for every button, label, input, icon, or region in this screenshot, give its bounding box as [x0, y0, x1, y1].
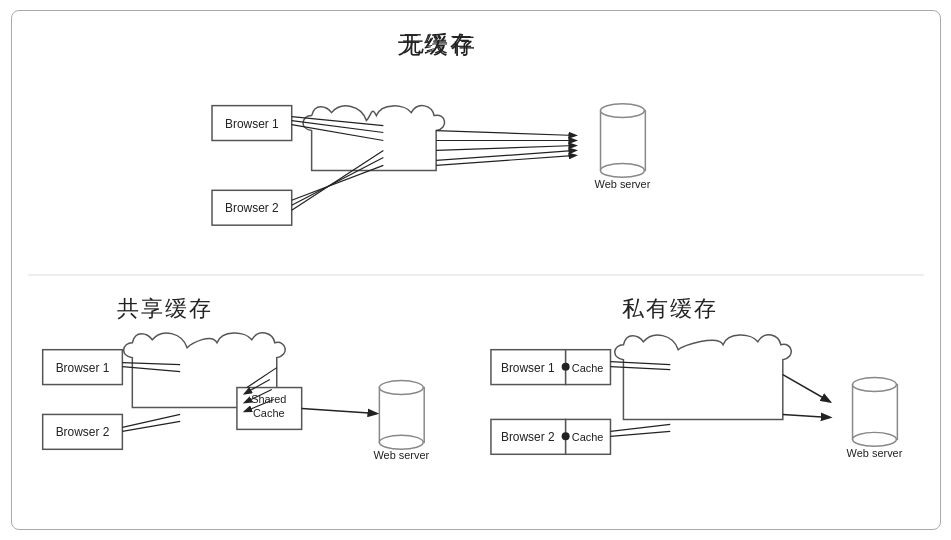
svg-text:Cache: Cache — [571, 431, 603, 443]
svg-line-12 — [291, 157, 383, 205]
svg-text:Shared: Shared — [251, 393, 286, 405]
svg-rect-42 — [565, 350, 610, 385]
svg-line-34 — [122, 421, 180, 431]
no-cache-title: 无缓存 — [397, 29, 478, 61]
svg-line-58 — [782, 375, 829, 402]
svg-text:Browser 2: Browser 2 — [224, 201, 278, 215]
svg-text:Cache: Cache — [252, 407, 284, 419]
svg-point-28 — [379, 381, 423, 395]
svg-line-9 — [291, 121, 383, 133]
svg-rect-24 — [236, 388, 301, 430]
svg-line-33 — [122, 414, 180, 427]
svg-rect-45 — [490, 419, 565, 454]
svg-rect-20 — [42, 350, 122, 385]
svg-line-37 — [244, 390, 271, 403]
svg-line-56 — [610, 424, 670, 431]
svg-line-14 — [436, 131, 575, 136]
svg-rect-4 — [600, 111, 645, 171]
svg-rect-40 — [490, 350, 565, 385]
svg-line-55 — [610, 367, 670, 370]
svg-line-17 — [436, 150, 575, 160]
svg-text:Web server: Web server — [846, 447, 902, 459]
svg-text:Browser 1: Browser 1 — [500, 361, 554, 375]
svg-line-32 — [122, 367, 180, 372]
svg-line-18 — [436, 155, 575, 165]
svg-text:Cache: Cache — [571, 362, 603, 374]
svg-text:Browser 1: Browser 1 — [55, 361, 109, 375]
diagram-svg: Browser 1 Browser 2 Web server — [12, 11, 940, 529]
svg-line-31 — [122, 363, 180, 365]
svg-point-49 — [561, 432, 569, 440]
svg-rect-22 — [42, 414, 122, 449]
svg-point-52 — [852, 432, 896, 446]
svg-line-11 — [291, 165, 383, 200]
shared-cache-title: 共享缓存 — [117, 294, 213, 324]
svg-line-13 — [291, 150, 383, 210]
svg-text:Browser 2: Browser 2 — [500, 430, 554, 444]
svg-rect-50 — [852, 385, 897, 440]
svg-line-35 — [246, 368, 276, 388]
svg-text:Browser 1: Browser 1 — [224, 117, 278, 131]
svg-line-38 — [244, 400, 273, 412]
svg-line-57 — [610, 431, 670, 436]
svg-text:Web server: Web server — [373, 449, 429, 461]
svg-rect-47 — [565, 419, 610, 454]
svg-point-51 — [852, 378, 896, 392]
svg-line-8 — [291, 117, 383, 126]
svg-line-16 — [436, 145, 575, 150]
svg-point-29 — [379, 435, 423, 449]
private-cache-title: 私有缓存 — [622, 294, 718, 324]
svg-text:Web server: Web server — [594, 178, 650, 190]
svg-text:Browser 2: Browser 2 — [55, 425, 109, 439]
svg-line-59 — [782, 414, 829, 417]
svg-point-44 — [561, 363, 569, 371]
svg-point-5 — [600, 104, 644, 118]
svg-line-54 — [610, 362, 670, 365]
svg-rect-2 — [212, 190, 292, 225]
svg-point-6 — [600, 163, 644, 177]
svg-rect-0 — [212, 106, 292, 141]
svg-rect-27 — [379, 388, 424, 443]
svg-line-39 — [301, 408, 376, 413]
main-container: 无缓存 Browser 1 Browser 2 Web server — [11, 10, 941, 530]
svg-line-36 — [244, 380, 269, 394]
svg-line-10 — [291, 125, 383, 141]
